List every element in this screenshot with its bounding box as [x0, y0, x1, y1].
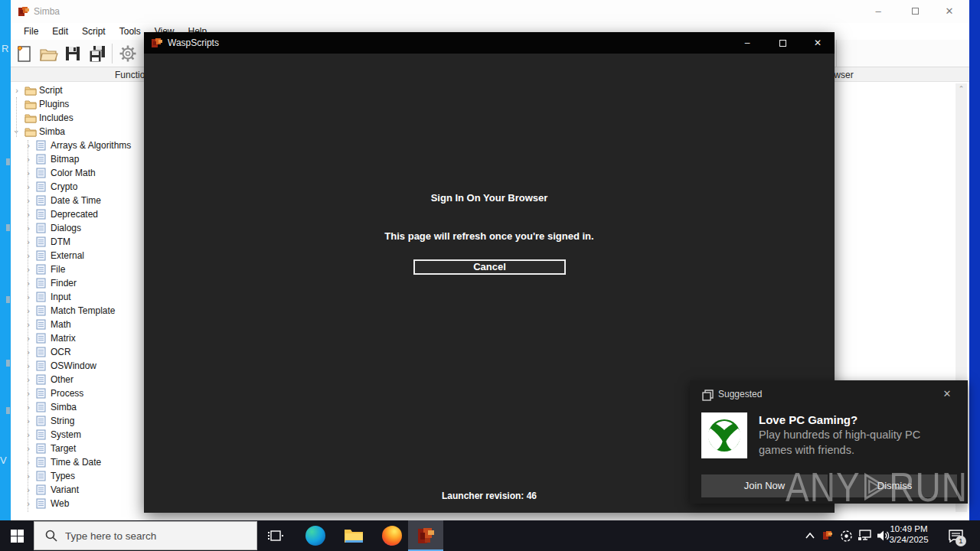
close-button[interactable]: ✕: [802, 32, 833, 54]
tree-item-row[interactable]: › Arrays & Algorithms: [11, 139, 155, 152]
tree-expander-icon[interactable]: ›: [24, 182, 32, 191]
waspscripts-titlebar[interactable]: WaspScripts – ✕: [144, 32, 835, 54]
task-view-button[interactable]: [260, 520, 291, 551]
tree-item-row[interactable]: › Input: [11, 290, 155, 304]
tree-item-row[interactable]: › Crypto: [11, 180, 155, 194]
tree-item-row[interactable]: › Target: [11, 442, 155, 455]
tree-item-label[interactable]: DTM: [51, 236, 70, 247]
tree-item-label[interactable]: Color Math: [51, 168, 96, 178]
tree-expander-icon[interactable]: ›: [24, 223, 32, 233]
tree-expander-icon[interactable]: ›: [24, 210, 32, 219]
maximize-button[interactable]: [903, 3, 926, 20]
tree-item-row[interactable]: › Variant: [11, 483, 155, 497]
simba-tray-icon[interactable]: [819, 520, 836, 551]
tree-item-row[interactable]: › Deprecated: [11, 207, 155, 221]
tree-item-label[interactable]: Bitmap: [51, 154, 79, 165]
open-file-button[interactable]: [37, 42, 60, 65]
tree-folder-label[interactable]: Script: [39, 85, 63, 96]
tree-item-label[interactable]: String: [51, 416, 74, 426]
tree-expander-icon[interactable]: ›: [24, 499, 32, 508]
tree-item-label[interactable]: Target: [51, 443, 76, 454]
tree-expander-icon[interactable]: ›: [24, 279, 32, 288]
tree-item-row[interactable]: › Color Math: [11, 166, 155, 180]
tree-expander-icon[interactable]: ›: [24, 416, 32, 425]
tree-item-label[interactable]: Process: [51, 388, 83, 399]
tree-item-row[interactable]: › Other: [11, 373, 155, 386]
tree-item-row[interactable]: › Match Template: [11, 304, 155, 318]
tree-item-label[interactable]: Dialogs: [51, 223, 81, 233]
tree-item-row[interactable]: › Dialogs: [11, 221, 155, 235]
firefox-taskbar-button[interactable]: [375, 520, 409, 551]
tree-expander-icon[interactable]: ›: [24, 485, 32, 494]
dismiss-button[interactable]: Dismiss: [832, 474, 957, 497]
tree-expander-icon[interactable]: ›: [24, 361, 32, 370]
cancel-button[interactable]: Cancel: [413, 259, 566, 275]
tree-item-row[interactable]: › Date & Time: [11, 194, 155, 207]
tree-item-row[interactable]: › File: [11, 262, 155, 276]
tree-item-label[interactable]: Crypto: [51, 181, 77, 192]
menu-item[interactable]: Tools: [113, 23, 148, 40]
tree-item-row[interactable]: › Matrix: [11, 331, 155, 345]
taskbar-search-box[interactable]: [34, 521, 257, 550]
minimize-button[interactable]: –: [732, 32, 763, 54]
tree-item-row[interactable]: › OCR: [11, 345, 155, 359]
tree-item-row[interactable]: › Process: [11, 386, 155, 400]
tree-expander-icon[interactable]: ›: [24, 168, 32, 178]
tree-item-label[interactable]: Web: [51, 498, 69, 509]
tree-folder-label[interactable]: Includes: [39, 112, 74, 123]
tree-item-row[interactable]: › Math: [11, 318, 155, 331]
tree-item-row[interactable]: › Time & Date: [11, 455, 155, 469]
start-button[interactable]: [0, 520, 34, 551]
save-button[interactable]: [61, 42, 84, 65]
tree-expander-icon[interactable]: ›: [24, 334, 32, 343]
tree-item-label[interactable]: File: [51, 264, 65, 275]
tree-folder-row[interactable]: › Simba: [11, 125, 155, 139]
tree-folder-row[interactable]: › Script: [11, 83, 155, 97]
minimize-button[interactable]: –: [867, 3, 890, 20]
taskbar-clock[interactable]: 10:49 PM 3/24/2025: [885, 523, 933, 548]
tree-expander-icon[interactable]: ›: [24, 347, 32, 357]
tree-item-row[interactable]: › DTM: [11, 235, 155, 249]
tree-expander-icon[interactable]: ›: [24, 196, 32, 205]
tree-item-label[interactable]: Types: [51, 471, 75, 481]
settings-button[interactable]: [116, 42, 139, 65]
tree-item-label[interactable]: Variant: [51, 484, 79, 495]
tree-item-label[interactable]: Match Template: [51, 305, 116, 316]
simba-titlebar[interactable]: Simba – ✕: [11, 0, 969, 23]
tree-expander-icon[interactable]: ›: [24, 389, 32, 398]
tree-item-label[interactable]: Time & Date: [51, 457, 101, 468]
tree-item-label[interactable]: OCR: [51, 347, 71, 357]
edge-taskbar-button[interactable]: [299, 520, 332, 551]
tree-folder-label[interactable]: Simba: [39, 126, 65, 137]
tree-item-label[interactable]: Matrix: [51, 333, 76, 344]
tree-expander-icon[interactable]: ›: [24, 251, 32, 260]
tree-expander-icon[interactable]: ›: [13, 86, 21, 95]
tree-expander-icon[interactable]: ›: [24, 237, 32, 246]
tree-item-label[interactable]: Finder: [51, 278, 77, 289]
tray-overflow-button[interactable]: [801, 520, 819, 551]
tree-item-row[interactable]: › System: [11, 428, 155, 442]
tree-expander-icon[interactable]: ›: [24, 292, 32, 302]
tree-folder-row[interactable]: Plugins: [11, 97, 155, 111]
tree-expander-icon[interactable]: ›: [12, 128, 21, 135]
tree-expander-icon[interactable]: ›: [24, 430, 32, 439]
tree-item-row[interactable]: › External: [11, 249, 155, 262]
save-all-button[interactable]: [86, 42, 109, 65]
action-center-button[interactable]: [942, 520, 969, 551]
join-now-button[interactable]: Join Now: [701, 474, 828, 497]
file-explorer-taskbar-button[interactable]: [337, 520, 371, 551]
tree-expander-icon[interactable]: ›: [24, 403, 32, 412]
menu-item[interactable]: Edit: [45, 23, 75, 40]
scroll-up-arrow[interactable]: ⌃: [956, 83, 967, 95]
menu-item[interactable]: File: [17, 23, 45, 40]
tree-expander-icon[interactable]: ›: [24, 141, 32, 150]
tree-expander-icon[interactable]: ›: [24, 471, 32, 481]
tree-item-label[interactable]: System: [51, 429, 81, 440]
tree-folder-label[interactable]: Plugins: [39, 99, 69, 109]
tree-item-row[interactable]: › String: [11, 414, 155, 428]
tree-expander-icon[interactable]: ›: [24, 444, 32, 453]
close-button[interactable]: ✕: [938, 3, 961, 20]
tree-item-row[interactable]: › Bitmap: [11, 152, 155, 166]
tree-item-label[interactable]: Math: [51, 319, 71, 330]
menu-item[interactable]: Script: [75, 23, 113, 40]
